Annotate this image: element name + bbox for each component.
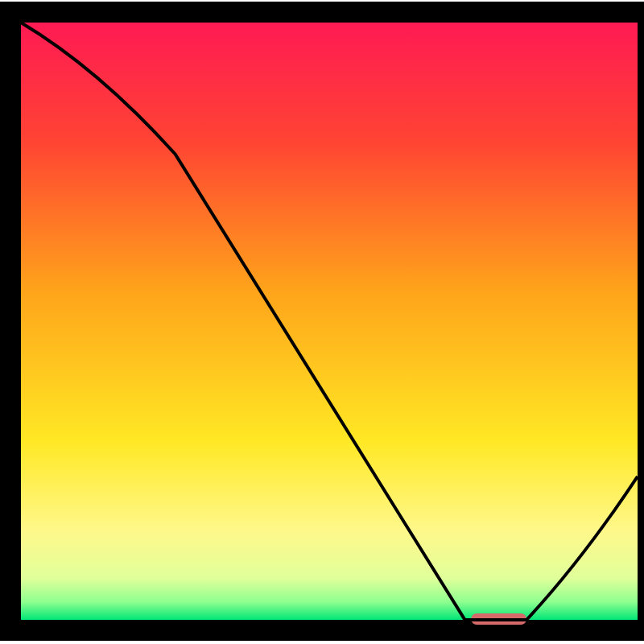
bottleneck-chart xyxy=(0,0,644,644)
chart-container: TheBottleneck.com xyxy=(0,0,644,644)
plot-background xyxy=(21,23,638,620)
